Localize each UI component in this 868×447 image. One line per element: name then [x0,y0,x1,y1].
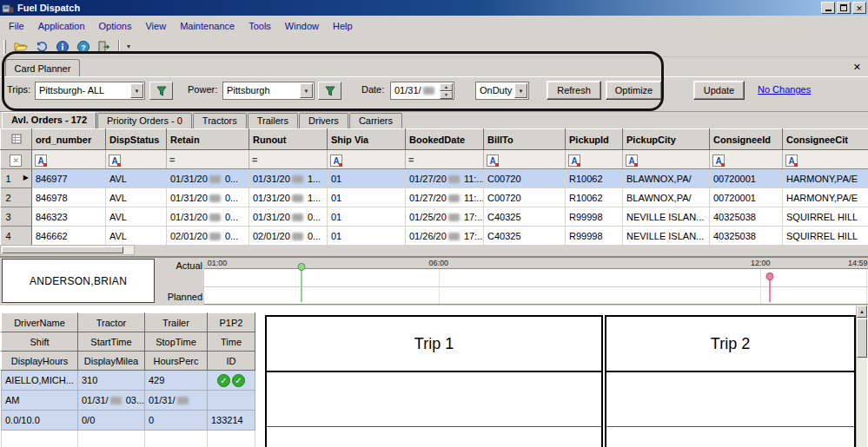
driver-record-row[interactable]: 0.0/10.00/00133214 [2,411,255,431]
tab-trailers[interactable]: Trailers [248,113,298,128]
board-cell[interactable]: 310 [78,371,145,391]
text-filter-icon[interactable]: A [35,154,47,167]
cell-retain[interactable]: 01/31/20 0... [167,207,249,227]
toolbar-grip[interactable] [3,40,6,54]
menu-maintenance[interactable]: Maintenance [173,18,242,34]
exit-icon[interactable] [95,38,114,56]
cell-pickupid[interactable]: R10062 [566,169,623,188]
column-header-consigneecit[interactable]: ConsigneeCit [783,129,868,150]
board-header-time[interactable]: Time [208,332,255,352]
order-row-846323[interactable]: 3846323AVL01/31/20 0...01/31/20 0...0101… [1,207,868,227]
close-button[interactable] [852,2,866,14]
order-row-846662[interactable]: 4846662AVL02/01/20 0...02/01/20 0...0101… [1,227,868,246]
board-cell[interactable]: 0.0/10.0 [2,411,78,431]
menu-file[interactable]: File [2,18,31,34]
board-header-tractor[interactable]: Tractor [78,313,145,332]
cell-runout[interactable]: 01/31/20 0... [249,207,328,227]
clear-filters-button[interactable] [1,150,32,169]
text-filter-icon[interactable]: A [568,154,580,167]
board-cell[interactable]: 01/31/ [145,391,208,411]
optimize-button[interactable]: Optimize [606,81,662,100]
cell-dispstatus[interactable]: AVL [106,227,167,246]
cell-pickupid[interactable]: R10062 [566,188,623,207]
refresh-button[interactable]: Refresh [547,81,601,100]
filter-cell-billto[interactable]: A [484,150,566,169]
cell-ship-via[interactable]: 01 [328,227,406,246]
cell-consigneecit[interactable]: SQUIRREL HILL [783,207,868,227]
cell-billto[interactable]: C00720 [484,169,566,188]
column-header-pickupcity[interactable]: PickupCity [623,129,710,150]
grid-horizontal-scrollbar[interactable] [0,245,135,255]
cell-pickupcity[interactable]: NEVILLE ISLAN... [623,207,710,227]
filter-cell-ord-number[interactable]: A [32,150,106,169]
driver-record-row[interactable]: AM01/31/ 03...01/31/ [2,391,255,411]
panel-close-icon[interactable] [853,62,861,73]
cell-runout[interactable]: 02/01/20 0... [249,227,328,246]
menu-help[interactable]: Help [326,18,360,34]
column-header-consigneeid[interactable]: ConsigneeId [710,129,783,150]
filter-cell-pickupcity[interactable]: A [623,150,710,169]
board-header-stoptime[interactable]: StopTime [145,332,208,352]
filter-cell-dispstatus[interactable]: A [106,150,167,169]
cell-bookeddate[interactable]: 01/25/20 17:... [406,207,484,227]
cell-pickupcity[interactable]: NEVILLE ISLAN... [623,227,710,246]
filter-cell-consigneeid[interactable]: A [710,150,783,169]
cell-dispstatus[interactable]: AVL [106,207,167,227]
board-header-id[interactable]: ID [208,352,255,371]
trip2-header[interactable]: Trip 2 [606,317,854,372]
cell-billto[interactable]: C00720 [484,188,566,207]
cell-consigneeid[interactable]: 00720001 [710,169,783,188]
text-filter-icon[interactable]: A [330,154,342,167]
cell-runout[interactable]: 01/31/20 1... [249,169,328,188]
cell-consigneeid[interactable]: 00720001 [710,188,783,207]
board-cell[interactable]: 0 [145,411,208,431]
date-spinner[interactable] [440,83,453,98]
text-filter-icon[interactable]: A [712,154,725,167]
row-number[interactable]: 3 [1,207,32,227]
filter-cell-retain[interactable]: = [167,150,249,169]
toolbar-overflow-chevron-icon[interactable] [124,43,133,50]
scroll-up-icon[interactable] [857,306,867,318]
board-cell[interactable]: 133214 [208,411,255,431]
column-header-bookeddate[interactable]: BookedDate [406,129,484,150]
open-folder-icon[interactable] [11,38,30,56]
cell-dispstatus[interactable]: AVL [106,188,167,207]
board-cell[interactable]: 0/0 [78,411,145,431]
text-filter-icon[interactable]: A [487,154,499,167]
duty-status-select[interactable]: OnDuty [475,82,529,100]
dropdown-arrow-icon[interactable] [130,83,143,98]
cell-bookeddate[interactable]: 01/26/20 17:... [406,227,484,246]
order-row-846978[interactable]: 2846978AVL01/31/20 0...01/31/20 1...0101… [1,188,868,207]
tab-avl-orders-172[interactable]: Avl. Orders - 172 [2,112,96,128]
tab-drivers[interactable]: Drivers [299,113,348,128]
tab-card-planner[interactable]: Card Planner [5,59,80,77]
board-header-displaymilea[interactable]: DisplayMilea [78,352,145,371]
board-header-shift[interactable]: Shift [2,332,78,352]
menu-view[interactable]: View [138,18,173,34]
menu-window[interactable]: Window [278,18,326,34]
column-header-retain[interactable]: Retain [167,129,249,150]
board-cell[interactable]: AIELLO,MICH... [2,371,78,391]
cell-retain[interactable]: 02/01/20 0... [167,227,249,246]
filter-cell-runout[interactable]: = [249,150,328,169]
row-number[interactable]: 1 [1,169,32,188]
cell-pickupid[interactable]: R99998 [566,207,623,227]
trips-select[interactable]: Pittsburgh- ALL [35,82,145,100]
column-header-ord-number[interactable]: ord_number [32,129,106,150]
column-header-ship-via[interactable]: Ship Via [328,129,406,150]
info-icon[interactable] [53,38,72,56]
cell-consigneecit[interactable]: HARMONY,PA/E [783,169,868,188]
column-header-runout[interactable]: Runout [249,129,328,150]
column-header-billto[interactable]: BillTo [484,129,566,150]
dropdown-arrow-icon[interactable] [514,83,527,98]
menu-tools[interactable]: Tools [242,18,278,34]
cell-consigneeid[interactable]: 40325038 [710,207,783,227]
cell-retain[interactable]: 01/31/20 0... [167,188,249,207]
board-header-drivername[interactable]: DriverName [2,313,78,332]
trip2-slot[interactable] [606,372,854,427]
board-header-starttime[interactable]: StartTime [78,332,145,352]
board-header-hoursperc[interactable]: HoursPerc [145,352,208,371]
column-header-pickupid[interactable]: PickupId [566,129,623,150]
cell-retain[interactable]: 01/31/20 0... [167,169,249,188]
cell-pickupcity[interactable]: BLAWNOX,PA/ [623,169,710,188]
